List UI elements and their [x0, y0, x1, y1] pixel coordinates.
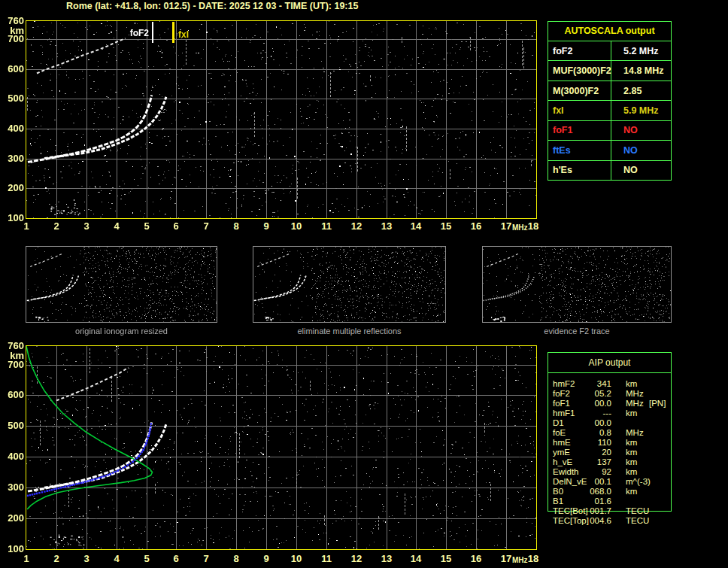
parameter-unit: MHz: [626, 399, 644, 409]
y-tick-label: 300: [0, 482, 24, 492]
fof2-marker-label: foF2: [125, 29, 149, 38]
parameter-label: foE: [553, 428, 566, 438]
parameter-unit: m^(-3): [626, 477, 651, 487]
autoscala-table-title: AUTOSCALA output: [548, 22, 671, 41]
parameter-label: foF2: [553, 389, 570, 399]
profile-ionogram-plot: [26, 345, 537, 550]
parameter-value: 137: [574, 457, 611, 467]
fxi-marker-line: [172, 22, 174, 43]
parameter-label: h_vE: [553, 457, 572, 467]
aip-row-d1: D100.0: [548, 418, 671, 428]
y-axis-unit: km: [0, 26, 24, 35]
parameter-value: 20: [574, 448, 611, 457]
x-tick-label: 5: [137, 221, 156, 231]
parameter-label: fxI: [548, 101, 611, 120]
y-tick-label: 400: [0, 123, 24, 133]
y-tick-label: 100: [0, 544, 24, 554]
x-tick-label: 3: [77, 554, 96, 563]
aip-row-hve: h_vE137km: [548, 457, 671, 467]
parameter-label: foF1: [548, 121, 611, 140]
aip-table-title: AIP output: [548, 353, 671, 373]
panel-evidence-caption: evidence F2 trace: [482, 327, 672, 336]
aip-table-rows: hmF2341kmfoF205.2MHzfoF100.0MHz[PN]hmF1-…: [548, 379, 671, 526]
parameter-label: B1: [553, 497, 563, 506]
x-tick-label: 14: [406, 554, 426, 563]
x-tick-label: 1: [17, 554, 36, 563]
x-tick-label: 10: [287, 554, 306, 563]
panel-evidence-f2-canvas: [483, 247, 671, 322]
parameter-value: NO: [611, 161, 638, 180]
aip-row-hme: hmE110km: [548, 438, 671, 448]
autoscala-row-fxi: fxI5.9 MHz: [548, 101, 671, 120]
x-tick-label: 7: [196, 221, 216, 231]
profile-ionogram-canvas: [26, 346, 536, 549]
panel-eliminate-reflections-canvas: [253, 247, 445, 322]
x-tick-label: 8: [226, 554, 246, 563]
x-tick-label: 6: [166, 554, 186, 563]
y-tick-label: 500: [0, 93, 24, 103]
aip-row-ewidth: Ewidth92km: [548, 467, 671, 477]
y-tick-label: 600: [0, 390, 24, 399]
aip-row-foe: foE0.8MHz: [548, 428, 671, 438]
y-tick-label: 600: [0, 64, 24, 74]
parameter-unit: km: [626, 438, 637, 448]
x-axis-unit: MHz: [512, 224, 528, 232]
x-tick-label: 14: [406, 221, 426, 231]
y-tick-label: 400: [0, 451, 24, 461]
autoscala-row-fof1: foF1NO: [548, 121, 671, 141]
parameter-label: D1: [553, 418, 564, 428]
autoscala-row-m3000f2: M(3000)F22.85: [548, 81, 671, 101]
aip-row-b0: B0068.0km: [548, 487, 671, 497]
autoscaled-ionogram-canvas: [26, 21, 536, 218]
autoscala-table-rows: foF25.2 MHzMUF(3000)F214.8 MHzM(3000)F22…: [548, 41, 671, 180]
parameter-value: 004.6: [574, 516, 611, 526]
fxi-marker-label: fxI: [178, 30, 189, 39]
parameter-value: NO: [611, 121, 638, 140]
y-tick-label: 500: [0, 421, 24, 430]
y-tick-label: 200: [0, 513, 24, 523]
y-axis-unit: km: [0, 351, 24, 360]
parameter-value: 341: [574, 379, 611, 389]
parameter-value: 05.2: [574, 389, 611, 399]
parameter-label: h'Es: [548, 161, 611, 180]
autoscala-row-fof2: foF25.2 MHz: [548, 41, 671, 61]
parameter-label: hmF2: [553, 379, 575, 389]
parameter-label: M(3000)F2: [548, 81, 611, 100]
parameter-value: 001.7: [574, 506, 611, 516]
parameter-value: 5.9 MHz: [611, 101, 659, 120]
parameter-unit: MHz: [626, 389, 644, 399]
x-tick-label: 15: [436, 221, 456, 231]
parameter-value: 92: [574, 467, 611, 477]
aip-row-tecbot: TEC[Bot]001.7TECU: [548, 506, 671, 516]
x-tick-label: 16: [466, 221, 486, 231]
aip-row-fof2: foF205.2MHz: [548, 389, 671, 399]
panel-original-ionogram-canvas: [26, 247, 217, 322]
parameter-unit: MHz: [626, 428, 644, 438]
parameter-value: 2.85: [611, 81, 642, 100]
parameter-unit: km: [626, 448, 637, 457]
panel-original-caption: original ionogram resized: [26, 327, 217, 336]
x-tick-label: 9: [256, 221, 276, 231]
x-tick-label: 4: [107, 221, 126, 231]
aip-output-table: AIP output hmF2341kmfoF205.2MHzfoF100.0M…: [548, 352, 672, 512]
aip-row-hmf2: hmF2341km: [548, 379, 671, 389]
x-tick-label: 11: [317, 554, 336, 563]
x-tick-label: 12: [347, 554, 366, 563]
autoscala-row-muf3000f2: MUF(3000)F214.8 MHz: [548, 61, 671, 80]
aip-row-b1: B101.6: [548, 497, 671, 506]
parameter-label: ftEs: [548, 141, 611, 159]
x-tick-label: 4: [107, 554, 126, 563]
x-tick-label: 11: [317, 221, 336, 231]
autoscala-app-window: { "title": "Rome (lat: +41.8, lon: 012.5…: [0, 0, 728, 568]
parameter-value: 01.6: [574, 497, 611, 506]
x-tick-label: 16: [466, 554, 486, 563]
parameter-value: 00.0: [574, 418, 611, 428]
fof2-marker-line: [152, 22, 153, 43]
x-tick-label: 3: [77, 221, 96, 231]
autoscaled-ionogram-plot: [26, 20, 537, 219]
station-title: Rome (lat: +41.8, lon: 012.5) - DATE: 20…: [66, 1, 358, 11]
parameter-unit: km: [626, 487, 637, 497]
parameter-label: B0: [553, 487, 563, 497]
parameter-value: 068.0: [574, 487, 611, 497]
parameter-label: hmF1: [553, 409, 575, 418]
